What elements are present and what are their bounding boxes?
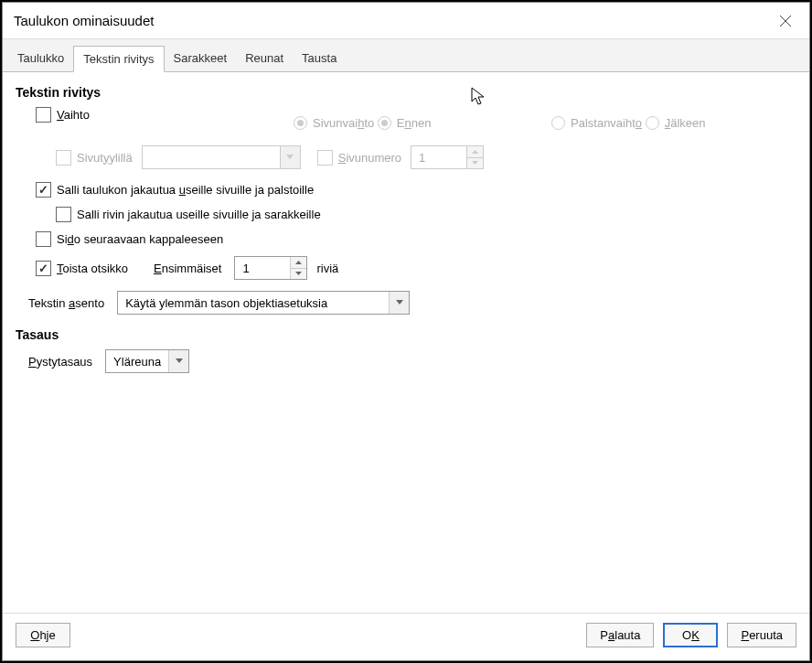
chevron-down-icon[interactable] bbox=[291, 269, 306, 280]
sivutyylilla-row: Sivutyylillä Sivunumero 1 bbox=[56, 145, 796, 169]
asento-label: Tekstin asento bbox=[28, 296, 104, 310]
titlebar: Taulukon ominaisuudet bbox=[3, 3, 809, 39]
asento-combo[interactable]: Käytä ylemmän tason objektiasetuksia bbox=[117, 291, 410, 315]
salli-rivin-label: Salli rivin jakautua useille sivuille ja… bbox=[77, 208, 321, 221]
ok-button[interactable]: OK bbox=[663, 623, 718, 647]
checkbox-icon bbox=[56, 207, 71, 222]
pystytasaus-value: Yläreuna bbox=[106, 350, 168, 372]
radio-icon bbox=[646, 116, 659, 130]
help-button[interactable]: Ohje bbox=[16, 623, 70, 647]
sivunumero-spinner: 1 bbox=[411, 145, 484, 169]
jalkeen-label: Jälkeen bbox=[665, 116, 706, 130]
tab-reunat[interactable]: Reunat bbox=[236, 46, 293, 72]
spinner-buttons[interactable] bbox=[290, 257, 306, 279]
sivunumero-checkbox: Sivunumero bbox=[317, 150, 401, 166]
sivunumero-label: Sivunumero bbox=[338, 151, 401, 165]
chevron-down-icon bbox=[280, 146, 300, 168]
svg-marker-6 bbox=[295, 272, 302, 275]
svg-marker-8 bbox=[176, 358, 183, 363]
pystytasaus-row: Pystytasaus Yläreuna bbox=[28, 349, 796, 373]
checkbox-icon bbox=[36, 107, 51, 123]
sivunumero-value: 1 bbox=[411, 146, 466, 168]
ennen-label: Ennen bbox=[397, 116, 432, 130]
vaihto-label: Vaihto bbox=[57, 108, 90, 122]
tab-content: Tekstin rivitys Vaihto Sivunvaihto Ennen bbox=[3, 72, 809, 613]
toista-row: Toista otsikko Ensimmäiset 1 riviä bbox=[36, 256, 796, 280]
tab-tekstin-rivitys[interactable]: Tekstin rivitys bbox=[73, 46, 164, 72]
chevron-down-icon[interactable] bbox=[168, 350, 188, 372]
svg-marker-5 bbox=[295, 261, 302, 264]
sivunvaihto-label: Sivunvaihto bbox=[313, 116, 374, 130]
section-tekstin-rivitys-title: Tekstin rivitys bbox=[16, 85, 796, 100]
ennen-radio: Ennen bbox=[378, 116, 432, 130]
sivunvaihto-radio: Sivunvaihto bbox=[294, 116, 374, 130]
cancel-button[interactable]: Peruuta bbox=[727, 623, 796, 647]
chevron-up-icon[interactable] bbox=[291, 257, 306, 269]
checkbox-icon bbox=[36, 182, 51, 198]
salli-rivin-checkbox[interactable]: Salli rivin jakautua useille sivuille ja… bbox=[56, 207, 321, 222]
checkbox-icon bbox=[36, 261, 51, 276]
radio-icon bbox=[294, 116, 307, 130]
sivutyylilla-combo bbox=[142, 145, 301, 169]
sivutyylilla-value bbox=[143, 146, 280, 168]
reset-button[interactable]: Palauta bbox=[586, 623, 654, 647]
svg-marker-3 bbox=[472, 150, 478, 154]
asento-row: Tekstin asento Käytä ylemmän tason objek… bbox=[28, 291, 796, 315]
dialog-window: Taulukon ominaisuudet Taulukko Tekstin r… bbox=[2, 2, 810, 661]
sivutyylilla-checkbox: Sivutyylillä bbox=[56, 150, 133, 166]
sido-label: Sido seuraavaan kappaleeseen bbox=[57, 232, 223, 246]
pystytasaus-combo[interactable]: Yläreuna bbox=[105, 349, 189, 373]
close-button[interactable] bbox=[773, 8, 798, 34]
chevron-up-icon bbox=[467, 146, 483, 158]
tab-bar: Taulukko Tekstin rivitys Sarakkeet Reuna… bbox=[3, 39, 809, 72]
close-icon bbox=[779, 15, 792, 27]
sido-row: Sido seuraavaan kappaleeseen bbox=[36, 231, 796, 247]
checkbox-icon bbox=[36, 231, 51, 247]
checkbox-icon bbox=[56, 150, 71, 166]
salli-taulukon-checkbox[interactable]: Salli taulukon jakautua useille sivuille… bbox=[36, 182, 314, 198]
ensimmaiset-spinner[interactable]: 1 bbox=[234, 256, 307, 280]
palstanvaihto-label: Palstanvaihto bbox=[571, 116, 642, 130]
radio-icon bbox=[551, 116, 565, 130]
tab-sarakkeet[interactable]: Sarakkeet bbox=[165, 46, 237, 72]
section-tasaus-title: Tasaus bbox=[16, 327, 796, 342]
checkbox-icon bbox=[317, 150, 333, 166]
dialog-title: Taulukon ominaisuudet bbox=[14, 13, 773, 28]
chevron-down-icon bbox=[467, 158, 483, 169]
toista-label: Toista otsikko bbox=[57, 262, 128, 275]
sido-checkbox[interactable]: Sido seuraavaan kappaleeseen bbox=[36, 231, 223, 247]
spinner-buttons bbox=[466, 146, 483, 168]
ensimmaiset-value[interactable]: 1 bbox=[235, 257, 290, 279]
palstanvaihto-radio: Palstanvaihto bbox=[551, 116, 642, 130]
vaihto-checkbox[interactable]: Vaihto bbox=[36, 107, 90, 123]
radio-icon bbox=[378, 116, 391, 130]
ensimmaiset-unit: riviä bbox=[316, 262, 338, 275]
pystytasaus-label: Pystytasaus bbox=[28, 355, 92, 369]
sivutyylilla-label: Sivutyylillä bbox=[77, 151, 133, 165]
salli-taulukon-label: Salli taulukon jakautua useille sivuille… bbox=[57, 183, 314, 197]
tab-taulukko[interactable]: Taulukko bbox=[8, 46, 73, 72]
asento-value: Käytä ylemmän tason objektiasetuksia bbox=[118, 292, 389, 314]
tab-tausta[interactable]: Tausta bbox=[293, 46, 346, 72]
salli-rivin-row: Salli rivin jakautua useille sivuille ja… bbox=[56, 207, 796, 222]
svg-marker-4 bbox=[472, 161, 478, 165]
svg-marker-2 bbox=[286, 155, 294, 159]
button-bar: Ohje Palauta OK Peruuta bbox=[3, 613, 809, 660]
ensimmaiset-label: Ensimmäiset bbox=[154, 262, 221, 275]
chevron-down-icon[interactable] bbox=[389, 292, 409, 314]
jalkeen-radio: Jälkeen bbox=[646, 116, 706, 130]
salli-taulukon-row: Salli taulukon jakautua useille sivuille… bbox=[36, 182, 796, 198]
svg-marker-7 bbox=[396, 300, 403, 305]
break-options-row: Vaihto Sivunvaihto Ennen Palstanvaihto bbox=[36, 107, 796, 133]
toista-checkbox[interactable]: Toista otsikko bbox=[36, 261, 128, 276]
